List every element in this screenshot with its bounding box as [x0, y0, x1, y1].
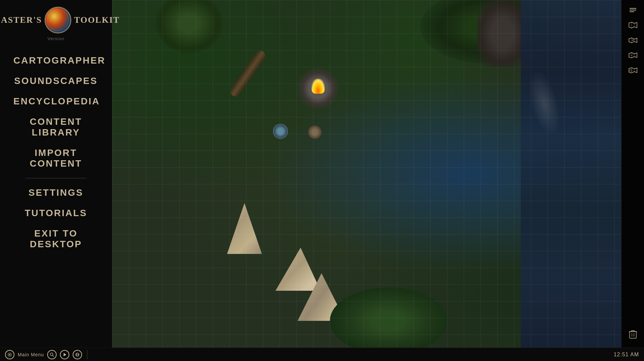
nav-divider [26, 178, 86, 178]
nav-item-content-library[interactable]: CONTENT LIBRARY [7, 112, 105, 142]
primary-nav: CARTOGRAPHER SOUNDSCAPES ENCYCLOPEDIA CO… [0, 51, 112, 173]
map-layer-4-icon [628, 66, 638, 74]
nav-item-import-content[interactable]: IMPORT CONTENT [7, 144, 105, 173]
main-menu-label: Main Menu [18, 352, 44, 357]
trash-icon [629, 329, 637, 339]
logo-text-right: TOOLKIT [74, 15, 120, 25]
logo-icon [45, 7, 71, 33]
svg-point-4 [9, 354, 10, 355]
right-sidebar-map-icon-3[interactable] [625, 49, 641, 62]
clock-display: 12:51 AM [614, 352, 639, 358]
globe-icon [75, 352, 80, 357]
globe-icon-button[interactable] [73, 350, 82, 359]
logo-area: MASTER'S TOOLKIT Version [0, 7, 120, 41]
trash-icon-button[interactable] [625, 328, 641, 341]
nav-item-encyclopedia[interactable]: ENCYCLOPEDIA [7, 92, 105, 111]
bottom-divider [87, 350, 87, 359]
play-icon-button[interactable] [60, 350, 69, 359]
nav-item-soundscapes[interactable]: SOUNDSCAPES [7, 72, 105, 90]
right-sidebar-menu-icon[interactable] [625, 3, 641, 17]
map-layer-2-icon [628, 36, 638, 44]
svg-marker-7 [64, 353, 66, 356]
svg-point-5 [50, 353, 53, 356]
svg-point-0 [632, 39, 634, 41]
bottom-bar: Main Menu 12:51 AM [0, 348, 644, 361]
secondary-nav: SETTINGS TUTORIALS EXIT TO DESKTOP [0, 183, 112, 254]
nav-item-tutorials[interactable]: TUTORIALS [7, 204, 105, 222]
menu-line-2 [630, 10, 636, 10]
version-text: Version [48, 36, 64, 41]
right-panel [621, 0, 644, 348]
map-layer-1-icon [628, 21, 638, 29]
bottom-right-clock: 12:51 AM [614, 352, 639, 358]
nav-item-exit[interactable]: EXIT TO DESKTOP [7, 224, 105, 254]
menu-line-3 [630, 11, 634, 12]
nav-item-cartographer[interactable]: CARTOGRAPHER [7, 51, 105, 70]
svg-line-6 [53, 355, 54, 357]
bottom-left-controls: Main Menu [5, 350, 82, 359]
search-icon [50, 352, 54, 357]
main-menu-home-icon[interactable] [5, 350, 14, 359]
logo-container: MASTER'S TOOLKIT [0, 7, 120, 33]
right-sidebar-map-icon-1[interactable] [625, 18, 641, 32]
menu-lines-icon [630, 8, 636, 12]
play-icon [62, 352, 67, 357]
nav-item-settings[interactable]: SETTINGS [7, 183, 105, 202]
svg-rect-2 [630, 332, 636, 338]
right-sidebar [621, 0, 644, 348]
map-canvas [112, 0, 621, 348]
map-grid [112, 0, 621, 348]
left-sidebar: MASTER'S TOOLKIT Version CARTOGRAPHER SO… [0, 0, 112, 348]
menu-line-1 [630, 8, 636, 9]
map-area[interactable] [112, 0, 621, 348]
search-icon-button[interactable] [47, 350, 57, 359]
logo-text-left: MASTER'S [0, 15, 42, 25]
map-layer-3-icon [628, 51, 638, 59]
right-sidebar-map-icon-4[interactable] [625, 64, 641, 77]
home-icon [7, 352, 12, 357]
right-sidebar-map-icon-2[interactable] [625, 33, 641, 47]
